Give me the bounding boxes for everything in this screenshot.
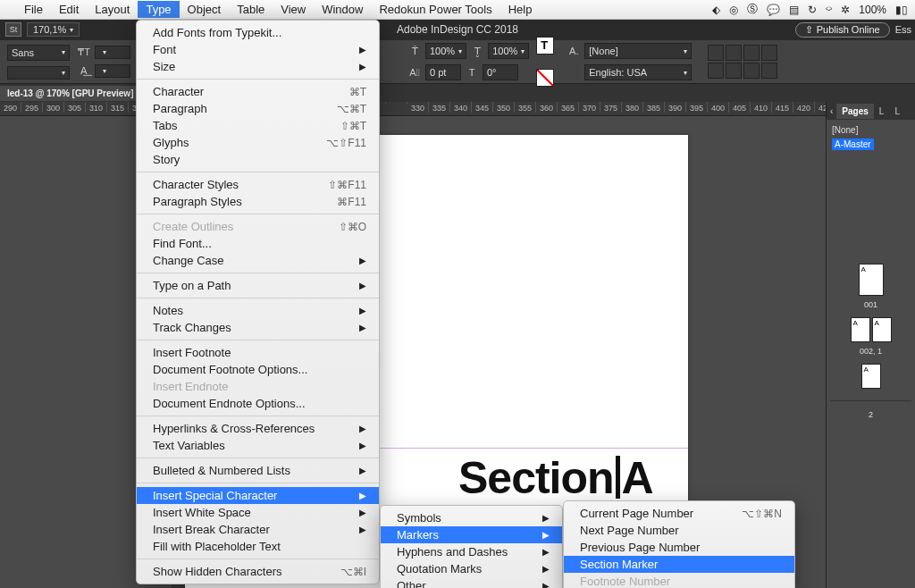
mac-menu-type[interactable]: Type (138, 1, 179, 18)
mac-menu-window[interactable]: Window (314, 1, 371, 18)
cc-icon[interactable]: ◎ (729, 4, 738, 16)
skew-select[interactable]: 0° (483, 64, 518, 80)
char-style-select[interactable]: [None]▾ (584, 43, 692, 59)
menu-item-notes[interactable]: Notes▶ (137, 302, 379, 319)
mac-status-tray: ⬖ ◎ Ⓢ 💬 ▤ ↻ ⌔ ✲ 100% ▮▯ (712, 2, 908, 17)
baseline-select[interactable]: 0 pt (425, 64, 461, 80)
page-label-2: 002, 1 (827, 347, 915, 356)
menu-item-markers[interactable]: Markers▶ (381, 526, 562, 543)
insert-special-character-submenu: Symbols▶Markers▶Hyphens and Dashes▶Quota… (380, 505, 563, 588)
page-thumb-2l[interactable]: A (851, 317, 870, 342)
menu-item-insert-endnote: Insert Endnote (137, 378, 379, 395)
tab-layers[interactable]: L (874, 104, 890, 119)
leading-select[interactable]: ▾ (95, 64, 130, 78)
mac-menu-help[interactable]: Help (500, 1, 541, 18)
tab-links[interactable]: L (889, 104, 905, 119)
menu-item-paragraph[interactable]: Paragraph⌥⌘T (137, 100, 379, 117)
menu-item-previous-page-number[interactable]: Previous Page Number (564, 539, 794, 556)
vscale-icon: T̂ (407, 44, 422, 58)
menu-item-insert-footnote[interactable]: Insert Footnote (137, 344, 379, 361)
page-thumb-3[interactable]: A (861, 364, 881, 389)
master-none[interactable]: [None] (832, 125, 910, 135)
menu-item-bulleted-numbered-lists[interactable]: Bulleted & Numbered Lists▶ (137, 462, 379, 479)
menu-item-tabs[interactable]: Tabs⇧⌘T (137, 117, 379, 134)
menu-item-character-styles[interactable]: Character Styles⇧⌘F11 (137, 176, 379, 193)
menu-item-next-page-number[interactable]: Next Page Number (564, 522, 794, 539)
stock-icon[interactable]: St (5, 22, 21, 37)
menu-item-hyperlinks-cross-references[interactable]: Hyperlinks & Cross-References▶ (137, 420, 379, 437)
menu-item-add-fonts-from-typekit[interactable]: Add Fonts from Typekit... (137, 24, 379, 41)
menu-extra-icon[interactable]: ▤ (789, 4, 799, 16)
pages-panel: ‹ Pages L L [None] A-Master A 001 AA 002… (826, 102, 915, 588)
menu-item-insert-white-space[interactable]: Insert White Space▶ (137, 504, 379, 521)
mac-menubar: FileEditLayoutTypeObjectTableViewWindowR… (0, 0, 915, 20)
menu-item-font[interactable]: Font▶ (137, 41, 379, 58)
fill-swatch[interactable] (536, 37, 554, 55)
app-title: Adobe InDesign CC 2018 (397, 23, 518, 36)
hscale-icon: T̬ (470, 44, 484, 58)
hscale-select[interactable]: 100%▾ (488, 43, 529, 59)
menu-item-section-marker[interactable]: Section Marker (564, 556, 794, 573)
battery-percent: 100% (859, 4, 886, 16)
menu-item-character[interactable]: Character⌘T (137, 83, 379, 100)
page-thumb-2r[interactable]: A (872, 317, 892, 342)
workspace-label[interactable]: Ess (895, 24, 915, 35)
char-style-icon: A. (567, 44, 581, 58)
mac-menu-layout[interactable]: Layout (87, 1, 138, 18)
align-buttons[interactable] (708, 45, 777, 79)
mac-menu-file[interactable]: File (16, 1, 51, 18)
mac-menu-view[interactable]: View (273, 1, 314, 18)
menu-item-quotation-marks[interactable]: Quotation Marks▶ (381, 560, 562, 577)
menu-item-insert-break-character[interactable]: Insert Break Character▶ (137, 521, 379, 538)
page-thumb-1[interactable]: A (859, 264, 884, 296)
menu-item-paragraph-styles[interactable]: Paragraph Styles⌘F11 (137, 193, 379, 210)
stroke-swatch[interactable] (536, 69, 554, 87)
menu-item-current-page-number[interactable]: Current Page Number⌥⇧⌘N (564, 505, 794, 522)
menu-item-show-hidden-characters[interactable]: Show Hidden Characters⌥⌘I (137, 563, 379, 580)
language-select[interactable]: English: USA▾ (584, 64, 692, 80)
sync-icon[interactable]: ✲ (841, 4, 850, 16)
battery-icon[interactable]: ▮▯ (895, 4, 908, 16)
menu-item-footnote-number: Footnote Number (564, 573, 794, 588)
document-tab[interactable]: led-13 @ 170% [GPU Preview] (0, 86, 140, 101)
font-size-select[interactable]: ▾ (95, 46, 130, 59)
menu-item-track-changes[interactable]: Track Changes▶ (137, 319, 379, 336)
timemachine-icon[interactable]: ↻ (808, 4, 817, 16)
text-cursor (616, 456, 620, 499)
menu-item-size[interactable]: Size▶ (137, 58, 379, 75)
mac-menu-table[interactable]: Table (229, 1, 273, 18)
menu-item-change-case[interactable]: Change Case▶ (137, 252, 379, 269)
menu-item-hyphens-and-dashes[interactable]: Hyphens and Dashes▶ (381, 543, 562, 560)
menu-item-symbols[interactable]: Symbols▶ (381, 509, 562, 526)
chat-icon[interactable]: 💬 (767, 4, 780, 16)
menu-item-find-font[interactable]: Find Font... (137, 235, 379, 252)
menu-item-document-endnote-options[interactable]: Document Endnote Options... (137, 395, 379, 412)
panel-collapse-icon[interactable]: ‹ (827, 106, 836, 116)
tab-pages[interactable]: Pages (836, 104, 873, 119)
dropbox-icon[interactable]: ⬖ (712, 4, 720, 16)
font-size-icon: ₸T (77, 46, 91, 60)
baseline-icon: Aͣ (407, 65, 422, 80)
page-label-1: 001 (827, 300, 915, 309)
section-text: SectionA (458, 452, 653, 504)
mac-menu-object[interactable]: Object (180, 1, 230, 18)
master-a[interactable]: A-Master (832, 139, 874, 150)
mac-menu-edit[interactable]: Edit (51, 1, 87, 18)
menu-item-type-on-a-path[interactable]: Type on a Path▶ (137, 277, 379, 294)
font-family-select[interactable]: Sans▾ (7, 45, 70, 61)
vscale-select[interactable]: 100%▾ (425, 43, 466, 59)
zoom-select[interactable]: 170,1%▾ (27, 22, 80, 37)
wifi-icon[interactable]: ⌔ (826, 4, 832, 16)
menu-item-story[interactable]: Story (137, 151, 379, 168)
menu-item-fill-with-placeholder-text[interactable]: Fill with Placeholder Text (137, 538, 379, 555)
menu-item-glyphs[interactable]: Glyphs⌥⇧F11 (137, 134, 379, 151)
font-style-select[interactable]: ▾ (7, 66, 70, 80)
mac-menu-redokun-power-tools[interactable]: Redokun Power Tools (371, 1, 499, 18)
page-label-3: 2 (827, 410, 915, 419)
menu-item-other[interactable]: Other▶ (381, 577, 562, 588)
menu-item-document-footnote-options[interactable]: Document Footnote Options... (137, 361, 379, 378)
menu-item-text-variables[interactable]: Text Variables▶ (137, 437, 379, 454)
publish-online-button[interactable]: ⇧Publish Online (795, 22, 890, 38)
skype-icon[interactable]: Ⓢ (747, 2, 758, 17)
menu-item-insert-special-character[interactable]: Insert Special Character▶ (137, 487, 379, 504)
